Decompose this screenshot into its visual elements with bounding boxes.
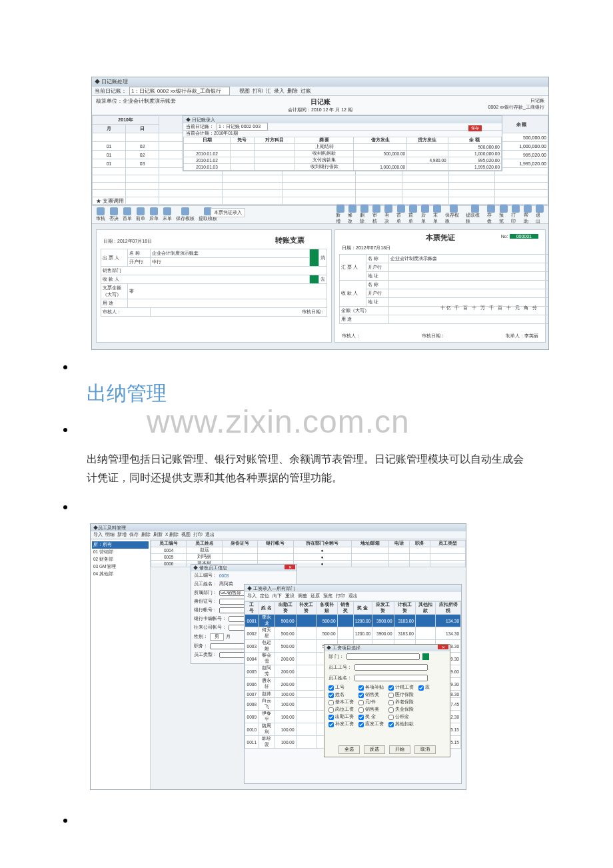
col-year: 2010年 <box>93 116 159 125</box>
tb-preview[interactable]: 预览 <box>323 593 332 599</box>
btn-start[interactable]: 开始 <box>389 745 410 754</box>
tb-adjust[interactable]: 调整 <box>298 593 307 599</box>
right-label: 日记账 0002 xx银行存款_工商银行 <box>488 97 544 111</box>
btn-save-tpl2[interactable]: 保存模板 <box>445 205 462 225</box>
tree-node[interactable]: 04 其他部 <box>92 571 149 578</box>
chk[interactable]: 其他扣款 <box>388 721 416 727</box>
toolbar-icon[interactable]: 删除 <box>287 87 298 95</box>
chk[interactable]: 工号 <box>328 685 356 691</box>
btn-last[interactable]: 末单 <box>163 207 172 222</box>
btn-first[interactable]: 首单 <box>123 207 132 222</box>
col-month: 月 <box>93 125 126 133</box>
tb-locate[interactable]: 定位 <box>260 593 269 599</box>
btn-reject[interactable]: 否决 <box>109 207 119 222</box>
btn-last2[interactable]: 末单 <box>433 205 442 225</box>
chk[interactable]: 医疗保险 <box>388 692 416 698</box>
toolbar-icon[interactable]: 视图 <box>239 87 250 95</box>
tree-node[interactable]: 02 财务部 <box>92 556 149 563</box>
emp-name-input[interactable] <box>354 675 428 681</box>
close-icon[interactable]: ✕ <box>438 645 448 649</box>
tree-node[interactable]: 01 营销部 <box>92 549 149 556</box>
btn-help[interactable]: 帮助 <box>524 205 532 225</box>
toolbar-icon[interactable]: 过账 <box>301 87 311 95</box>
tb-restore[interactable]: 还原 <box>310 593 320 599</box>
chk[interactable]: 岗位工资 <box>328 707 356 713</box>
emp-no-input[interactable] <box>354 664 428 671</box>
tb-print[interactable]: 打印 <box>193 532 203 538</box>
chk[interactable]: 应发工资 <box>358 721 386 727</box>
btn-prev2[interactable]: 前单 <box>408 205 417 225</box>
tb-detail[interactable]: 明细 <box>105 532 115 538</box>
chk[interactable]: 养老保险 <box>388 699 416 705</box>
btn-edit[interactable]: 修改 <box>348 205 356 225</box>
chk[interactable]: 基本工资 <box>328 699 356 705</box>
tb-reset[interactable]: 重设 <box>285 593 295 599</box>
btn-first2[interactable]: 首单 <box>396 205 405 225</box>
btn-reject2[interactable]: 否决 <box>384 205 393 225</box>
chk[interactable]: 计税工资 <box>388 685 416 691</box>
btn-save[interactable]: 存盘 <box>487 205 496 225</box>
dropdown[interactable]: 1：日记账 0002 003 <box>217 123 268 131</box>
tb-exit[interactable]: 退出 <box>205 532 215 538</box>
btn-print[interactable]: 打印 <box>511 205 520 225</box>
table-row[interactable]: 0001李永龙500.00500.001200.003900.003183.00… <box>245 615 461 627</box>
btn-preview[interactable]: 预览 <box>499 205 508 225</box>
tb-import[interactable]: 导入 <box>247 593 257 599</box>
right-toolbar: 新增 修改 删除 审核 否决 首单 前单 后单 末单 保存模板 提取模板 存盘 … <box>332 205 548 224</box>
dept-input[interactable] <box>346 653 420 660</box>
toolbar-icon[interactable]: 汇 <box>266 87 271 95</box>
btn-next2[interactable]: 后单 <box>421 205 430 225</box>
dept-tree[interactable]: 所：所有 01 营销部 02 财务部 03 GM管理 04 其他部 <box>91 540 151 789</box>
chk[interactable]: 各项补贴 <box>358 685 386 691</box>
chk[interactable]: 销售奖 <box>358 707 386 713</box>
tb-new[interactable]: 新增 <box>117 532 127 538</box>
tb-del[interactable]: 删除 <box>141 532 151 538</box>
chk[interactable]: 公积金 <box>388 714 416 720</box>
voucher-no: No: 000001 <box>501 234 538 239</box>
table-row[interactable]: 0002何天星500.00500.001200.003900.003183.00… <box>245 627 461 640</box>
close-icon[interactable]: ✕ <box>285 565 295 569</box>
btn-exit[interactable]: 退出 <box>536 205 544 225</box>
tb-x[interactable]: X 删除 <box>165 532 179 538</box>
btn-cancel[interactable]: 取消 <box>414 745 436 754</box>
tree-node[interactable]: 03 GM管理 <box>92 563 149 571</box>
checkbox-grid: 工号 各项补贴 计税工资 应 姓名 销售奖 医疗保险 基本工资 元/件 养老保险… <box>324 683 450 729</box>
btn-del[interactable]: 删除 <box>360 205 368 225</box>
btn-new[interactable]: 新增 <box>336 205 344 225</box>
tb-exit[interactable]: 退出 <box>348 593 358 599</box>
chk[interactable]: 应 <box>418 685 446 691</box>
btn-next[interactable]: 后单 <box>149 207 159 222</box>
btn-load-tpl2[interactable]: 提取模板 <box>466 205 483 225</box>
period-label: 会计期间：2010 12 年 月 12 期 <box>92 107 548 113</box>
bullet <box>63 819 67 823</box>
chk[interactable]: 销售奖 <box>358 692 386 698</box>
tb-down[interactable]: 向下 <box>273 593 282 599</box>
chk[interactable]: 补发工资 <box>328 721 356 727</box>
tb-refresh[interactable]: 刷新 <box>153 532 163 538</box>
tab-title[interactable]: 本票凭证录入 <box>211 208 245 217</box>
tree-root[interactable]: 所：所有 <box>92 541 149 549</box>
btn-audit2[interactable]: 审核 <box>372 205 381 225</box>
toolbar: 导入 明细 新增 保存 删除 刷新 X 删除 视图 打印 退出 <box>91 531 466 539</box>
btn-prev[interactable]: 前单 <box>136 207 145 222</box>
toolbar-dropdown[interactable]: 1：日记账 0002 xx银行存款_工商银行 <box>129 87 230 95</box>
chk[interactable]: 奖 金 <box>358 714 386 720</box>
toolbar-icon[interactable]: 打印 <box>253 87 263 95</box>
btn-save-tpl[interactable]: 保存模板 <box>176 207 195 222</box>
btn-invert[interactable]: 反选 <box>364 745 385 754</box>
toolbar-icon[interactable]: 录入 <box>274 87 285 95</box>
tb-import[interactable]: 导入 <box>93 532 103 538</box>
btn-audit[interactable]: 审核 <box>96 207 105 222</box>
chk[interactable]: 姓名 <box>328 692 356 698</box>
journal-entry-window: ◆ 日记账录入 当前日记账： 1：日记账 0002 003 保存 当前会计期：2… <box>183 115 502 171</box>
save-button[interactable]: 保存 <box>468 125 482 131</box>
tb-print[interactable]: 打印 <box>336 593 345 599</box>
btn-select-all[interactable]: 全选 <box>338 745 360 754</box>
col-day: 日 <box>126 125 159 133</box>
chk[interactable]: 元/件 <box>358 699 386 705</box>
chk[interactable]: 出勤工资 <box>328 714 356 720</box>
tb-view[interactable]: 视图 <box>181 532 191 538</box>
tb-save[interactable]: 保存 <box>129 532 139 538</box>
reviewer: 审核人： <box>342 333 360 339</box>
chk[interactable]: 失业保险 <box>388 707 416 713</box>
